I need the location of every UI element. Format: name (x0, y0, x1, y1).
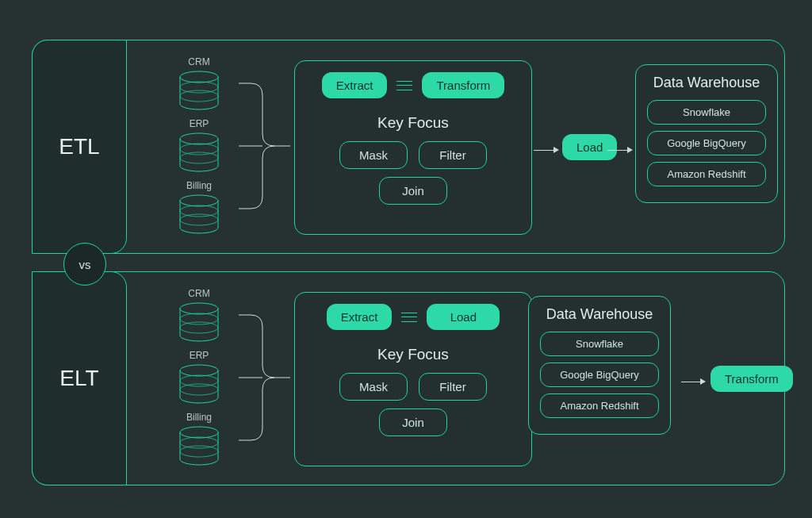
svg-point-1 (180, 82, 218, 93)
etl-panel: ETL CRM ERP Billing Ext (32, 40, 785, 254)
cylinder-icon (177, 364, 221, 401)
svg-point-9 (180, 303, 218, 314)
svg-point-6 (180, 195, 218, 206)
vs-badge: vs (63, 243, 106, 286)
lines-icon (401, 313, 417, 322)
cylinder-icon (177, 426, 221, 462)
transform-pill: Transform (422, 72, 504, 98)
elt-warehouse-box: Data Warehouse Snowflake Google BigQuery… (528, 296, 671, 435)
op-mask: Mask (339, 141, 408, 169)
elt-sources: CRM ERP Billing (155, 288, 243, 474)
source-billing: Billing (155, 180, 243, 231)
op-join: Join (379, 409, 447, 436)
op-filter: Filter (419, 141, 487, 169)
cylinder-icon (177, 71, 221, 107)
source-label: Billing (155, 180, 243, 191)
extract-pill: Extract (322, 72, 388, 98)
warehouse-item-redshift: Amazon Redshift (647, 162, 766, 186)
source-erp: ERP (155, 350, 243, 401)
focus-ops-row: Mask Filter (295, 373, 531, 401)
op-mask: Mask (339, 373, 408, 401)
arrow-icon (681, 378, 706, 385)
svg-point-16 (180, 437, 218, 448)
cylinder-icon (177, 302, 221, 339)
svg-point-5 (180, 152, 218, 163)
source-label: ERP (155, 118, 243, 129)
op-join: Join (379, 177, 447, 205)
svg-point-12 (180, 365, 218, 376)
focus-header: Extract Load (295, 293, 531, 338)
warehouse-item-bigquery: Google BigQuery (540, 363, 659, 387)
svg-point-7 (180, 205, 218, 217)
transform-pill: Transform (710, 366, 793, 392)
svg-point-10 (180, 313, 218, 324)
focus-title: Key Focus (295, 114, 531, 132)
source-billing: Billing (155, 412, 243, 462)
etl-sources: CRM ERP Billing (155, 56, 243, 242)
focus-ops-row: Join (295, 177, 531, 205)
warehouse-item-snowflake: Snowflake (647, 100, 766, 125)
elt-title: ELT (32, 271, 127, 485)
warehouse-title: Data Warehouse (540, 306, 659, 324)
warehouse-title: Data Warehouse (647, 75, 766, 92)
svg-point-8 (180, 214, 218, 225)
svg-point-0 (180, 71, 218, 82)
merge-bracket-icon (239, 75, 290, 217)
cylinder-icon (177, 194, 221, 231)
etl-focus-box: Extract Transform Key Focus Mask Filter … (294, 60, 532, 235)
svg-point-11 (180, 322, 218, 333)
load-pill: Load (427, 304, 500, 330)
svg-point-3 (180, 133, 218, 144)
merge-bracket-icon (239, 307, 290, 448)
svg-point-2 (180, 90, 218, 102)
op-filter: Filter (419, 373, 487, 401)
extract-pill: Extract (327, 304, 393, 330)
focus-ops-row: Join (295, 409, 531, 436)
svg-point-15 (180, 427, 218, 438)
elt-focus-box: Extract Load Key Focus Mask Filter Join (294, 292, 532, 466)
svg-point-13 (180, 375, 218, 386)
source-crm: CRM (155, 56, 243, 107)
source-crm: CRM (155, 288, 243, 339)
focus-title: Key Focus (295, 346, 531, 363)
focus-header: Extract Transform (295, 61, 531, 106)
arrow-icon (607, 147, 633, 153)
arrow-icon (534, 147, 559, 153)
source-label: ERP (155, 350, 243, 361)
svg-point-4 (180, 144, 218, 155)
warehouse-item-bigquery: Google BigQuery (647, 131, 766, 155)
etl-title: ETL (32, 40, 127, 254)
source-label: Billing (155, 412, 243, 423)
svg-point-14 (180, 384, 218, 395)
etl-warehouse-box: Data Warehouse Snowflake Google BigQuery… (635, 64, 778, 203)
cylinder-icon (177, 132, 221, 169)
source-label: CRM (155, 56, 243, 67)
warehouse-item-redshift: Amazon Redshift (540, 393, 659, 418)
source-label: CRM (155, 288, 243, 299)
warehouse-item-snowflake: Snowflake (540, 332, 659, 356)
focus-ops-row: Mask Filter (295, 141, 531, 169)
lines-icon (396, 81, 412, 90)
elt-panel: ELT CRM ERP Billing Ext (32, 271, 785, 485)
svg-point-17 (180, 446, 218, 457)
source-erp: ERP (155, 118, 243, 169)
